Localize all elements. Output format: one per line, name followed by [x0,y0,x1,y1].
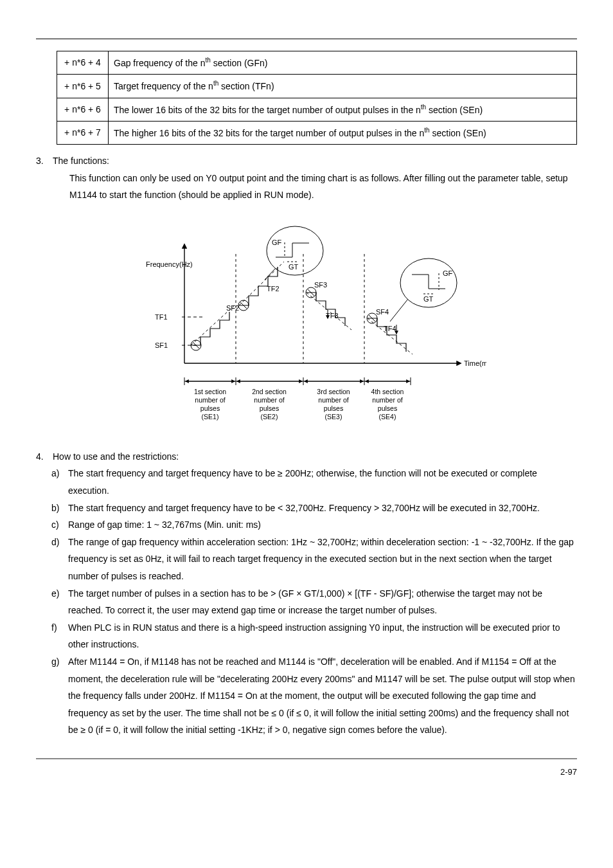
sec4-l3: pulses [378,404,397,412]
label-tf1: TF1 [155,313,168,321]
list-item-3: 3. The functions: [36,152,577,170]
sub-item-f: f) When PLC is in RUN status and there i… [51,619,577,653]
table-row: + n*6 + 6 The lower 16 bits of the 32 bi… [57,98,577,121]
footer-rule [36,758,577,759]
label-gf-1: GF [272,239,282,246]
sec2-l2: number of [254,396,284,404]
label-sf2: SF2 [226,304,239,312]
desc-cell: Target frequency of the nth section (TFn… [109,75,577,98]
label-tf4: TF4 [384,325,396,332]
desc-suffix: section (SEn) [430,127,486,138]
sub-marker: g) [51,653,68,739]
addr-cell: + n*6 + 5 [57,75,109,98]
header-rule [36,39,577,39]
sub-marker: c) [51,516,68,534]
desc-cell: The lower 16 bits of the 32 bits for the… [109,98,577,121]
sec1-l3: pulses [200,404,220,412]
list-item-4: 4. How to use and the restrictions: [36,448,577,466]
sec3-l3: pulses [324,404,343,412]
label-tf2: TF2 [267,285,280,293]
desc-suffix: section (TFn) [218,81,274,91]
timing-chart: Frequency(Hz) Time(ms) TF1 SF1 SF2 TF2 G… [36,215,577,434]
list-title: The functions: [53,152,577,170]
sub-marker: d) [51,534,68,585]
sub-item-b: b) The start frequency and target freque… [51,500,577,517]
sec4-l1: 4th section [371,388,404,395]
label-gf-2: GF [443,269,453,277]
parameter-table: + n*6 + 4 Gap frequency of the nth secti… [57,51,577,145]
desc-suffix: section (SEn) [426,104,483,114]
svg-line-34 [390,299,408,321]
sub-marker: a) [51,465,68,499]
sub-text: The start frequency and target frequency… [68,500,577,517]
sec4-l4: (SE4) [379,413,396,420]
sub-text: When PLC is in RUN status and there is a… [68,619,577,653]
list-para: This function can only be used on Y0 out… [69,170,577,204]
sec3-l1: 3rd section [317,388,350,395]
desc-sup: th [205,57,210,64]
list-marker: 3. [36,152,53,170]
label-gt-1: GT [289,263,299,271]
table-row: + n*6 + 7 The higher 16 bits of the 32 b… [57,121,577,144]
svg-line-9 [239,262,284,305]
list-title: How to use and the restrictions: [53,448,577,466]
sub-item-g: g) After M1144 = On, if M1148 has not be… [51,653,577,739]
sub-text: The range of gap frequency within accele… [68,534,577,585]
sec1-l4: (SE1) [202,413,219,420]
sub-marker: e) [51,585,68,619]
sub-item-c: c) Range of gap time: 1 ~ 32,767ms (Min.… [51,516,577,534]
table-row: + n*6 + 5 Target frequency of the nth se… [57,75,577,98]
y-axis-label: Frequency(Hz) [146,260,193,268]
timing-chart-svg: Frequency(Hz) Time(ms) TF1 SF1 SF2 TF2 G… [127,215,486,434]
desc-prefix: Target frequency of the n [114,81,213,91]
label-sf4: SF4 [376,308,389,316]
desc-sup: th [424,127,429,134]
page-number: 2-97 [36,764,577,781]
sec1-l2: number of [195,396,225,404]
sec1-l1: 1st section [194,388,226,395]
desc-cell: The higher 16 bits of the 32 bits for th… [109,121,577,144]
sec2-l3: pulses [260,404,279,412]
list-item-3-body: This function can only be used on Y0 out… [36,170,577,204]
desc-cell: Gap frequency of the nth section (GFn) [109,51,577,75]
list-marker: 4. [36,448,53,466]
sec2-l1: 2nd section [252,388,287,395]
desc-suffix: section (GFn) [211,58,268,68]
sec3-l4: (SE3) [325,413,342,420]
desc-prefix: Gap frequency of the n [114,58,205,68]
sec3-l2: number of [318,396,348,404]
desc-sup: th [421,104,426,111]
addr-cell: + n*6 + 4 [57,51,109,75]
sub-item-a: a) The start frequency and target freque… [51,465,577,499]
sub-text: The target number of pulses in a section… [68,585,577,619]
sub-text: The start frequency and target frequency… [68,465,577,499]
table-row: + n*6 + 4 Gap frequency of the nth secti… [57,51,577,75]
sec2-l4: (SE2) [261,413,278,420]
sec4-l2: number of [372,396,402,404]
sub-text: After M1144 = On, if M1148 has not be re… [68,653,577,739]
sub-text: Range of gap time: 1 ~ 32,767ms (Min. un… [68,516,577,534]
desc-sup: th [213,80,218,87]
sub-item-d: d) The range of gap frequency within acc… [51,534,577,585]
sub-marker: f) [51,619,68,653]
label-sf3: SF3 [314,281,327,289]
label-sf1: SF1 [155,341,168,349]
sub-marker: b) [51,500,68,517]
desc-prefix: The lower 16 bits of the 32 bits for the… [114,104,421,114]
sub-item-e: e) The target number of pulses in a sect… [51,585,577,619]
addr-cell: + n*6 + 6 [57,98,109,121]
addr-cell: + n*6 + 7 [57,121,109,144]
label-gt-2: GT [423,295,434,303]
desc-prefix: The higher 16 bits of the 32 bits for th… [114,127,424,138]
svg-line-16 [265,268,276,280]
x-axis-label: Time(ms) [464,359,486,367]
